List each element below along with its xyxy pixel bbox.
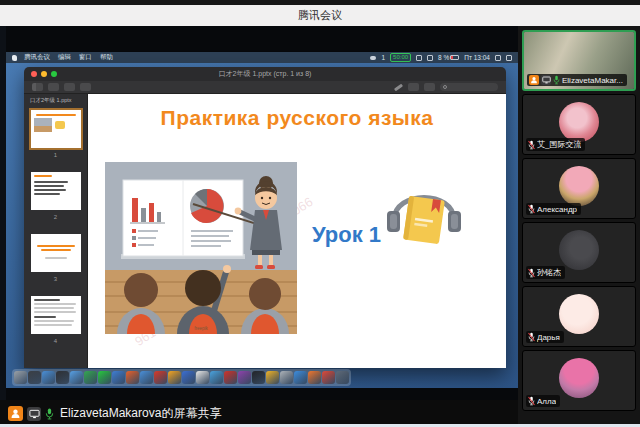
thumbnail-number: 2 xyxy=(24,214,87,220)
participant-tile-aleksandr[interactable]: Александр xyxy=(522,158,636,219)
control-center-icon[interactable] xyxy=(506,55,512,61)
book-headphones-icon xyxy=(383,180,465,252)
spotlight-icon[interactable] xyxy=(495,55,501,61)
participant-name-pill: Дарья xyxy=(526,331,564,343)
highlight-icon[interactable] xyxy=(408,83,419,91)
participant-tile-elizaveta[interactable]: ElizavetaMakar... xyxy=(522,30,636,91)
tencent-meeting-window: 腾讯会议 腾讯会议 编辑 窗口 帮助 1 50:00 xyxy=(0,0,640,427)
mac-menubar: 腾讯会议 编辑 窗口 帮助 1 50:00 8 % Пт xyxy=(6,52,518,63)
dock-icon[interactable] xyxy=(266,371,279,384)
menu-help[interactable]: 帮助 xyxy=(100,53,113,62)
avatar xyxy=(559,294,599,334)
dock-icon[interactable] xyxy=(322,371,335,384)
mic-on-icon xyxy=(553,75,560,85)
pdf-toolbar xyxy=(24,81,506,94)
dock-icon[interactable] xyxy=(28,371,41,384)
participant-name: 孙铭杰 xyxy=(537,267,561,278)
battery-icon xyxy=(450,55,459,60)
zoom-in-icon[interactable] xyxy=(64,83,75,91)
dock-icon[interactable] xyxy=(154,371,167,384)
markup-pencil-icon[interactable] xyxy=(394,83,403,91)
dock-icon[interactable] xyxy=(56,371,69,384)
screen-share-badge-icon xyxy=(27,407,41,421)
host-badge-icon xyxy=(529,75,539,85)
shared-screen[interactable]: 腾讯会议 编辑 窗口 帮助 1 50:00 8 % Пт xyxy=(6,26,518,400)
dock-icon[interactable] xyxy=(140,371,153,384)
dock-icon[interactable] xyxy=(294,371,307,384)
dock-icon[interactable] xyxy=(84,371,97,384)
input-source-icon[interactable] xyxy=(416,55,422,61)
share-icon[interactable] xyxy=(80,83,91,91)
thumbnail-number: 1 xyxy=(24,152,87,158)
menu-app[interactable]: 腾讯会议 xyxy=(24,53,50,62)
participant-tile-alla[interactable]: Алла xyxy=(522,350,636,411)
dock-icon[interactable] xyxy=(196,371,209,384)
dock-icon[interactable] xyxy=(210,371,223,384)
menu-edit[interactable]: 编辑 xyxy=(58,53,71,62)
dock xyxy=(12,369,351,386)
rotate-icon[interactable] xyxy=(424,83,435,91)
participant-tile-ai[interactable]: 艾_国际交流 xyxy=(522,94,636,155)
illustration-credit: freepik xyxy=(194,326,208,331)
mic-muted-icon xyxy=(528,204,535,214)
menu-window[interactable]: 窗口 xyxy=(79,53,92,62)
participants-panel: ElizavetaMakar... 艾_国际交流 xyxy=(518,26,640,427)
meeting-title: 腾讯会议 xyxy=(298,8,342,23)
mic-muted-icon xyxy=(528,332,535,342)
participant-name-pill: ElizavetaMakar... xyxy=(527,74,627,86)
dock-icon[interactable] xyxy=(238,371,251,384)
letterbox-bottom xyxy=(6,388,518,400)
participant-name: Александр xyxy=(537,205,577,214)
apple-menu-icon[interactable] xyxy=(12,55,17,61)
participant-name-pill: Алла xyxy=(526,395,560,407)
slide-thumbnail-2[interactable] xyxy=(31,172,81,210)
battery-indicator: 8 % xyxy=(438,54,459,61)
notification-count: 1 xyxy=(381,54,385,61)
dock-icon[interactable] xyxy=(70,371,83,384)
dock-icon[interactable] xyxy=(112,371,125,384)
dock-icon[interactable] xyxy=(98,371,111,384)
participant-name-pill: 孙铭杰 xyxy=(526,266,565,279)
thumbnail-number: 4 xyxy=(24,338,87,344)
participant-tile-sunmingjie[interactable]: 孙铭杰 xyxy=(522,222,636,283)
dock-icon[interactable] xyxy=(308,371,321,384)
dock-icon[interactable] xyxy=(252,371,265,384)
mac-desktop: 腾讯会议 编辑 窗口 帮助 1 50:00 8 % Пт xyxy=(6,52,518,388)
meeting-titlebar[interactable]: 腾讯会议 xyxy=(0,5,640,26)
pdf-preview-window: 口才2年级 1.pptx (стр. 1 из 8) xyxy=(24,67,506,368)
avatar xyxy=(559,358,599,398)
avatar xyxy=(559,166,599,206)
dock-icon[interactable] xyxy=(224,371,237,384)
dock-icon[interactable] xyxy=(336,371,349,384)
document-search-field[interactable] xyxy=(440,83,498,91)
participant-name: Алла xyxy=(537,397,556,406)
sidebar-toggle-icon[interactable] xyxy=(32,83,43,91)
mic-muted-icon xyxy=(528,396,535,406)
participant-tile-darya[interactable]: Дарья xyxy=(522,286,636,347)
display-icon[interactable] xyxy=(427,55,433,61)
dock-icon[interactable] xyxy=(14,371,27,384)
share-status-bar: ElizavetaMakarova的屏幕共享 xyxy=(0,400,518,427)
slide-thumbnail-1[interactable] xyxy=(31,110,81,148)
slide-canvas: Практика русского языка 96158408066 9615… xyxy=(88,94,506,368)
participant-name: ElizavetaMakar... xyxy=(562,76,623,85)
slide-thumbnail-4[interactable] xyxy=(31,296,81,334)
mic-muted-icon xyxy=(528,140,535,150)
letterbox-top xyxy=(6,26,518,52)
share-status-label: ElizavetaMakarova的屏幕共享 xyxy=(60,405,221,422)
zoom-out-icon[interactable] xyxy=(48,83,59,91)
dock-icon[interactable] xyxy=(168,371,181,384)
lesson-label: Урок 1 xyxy=(312,222,381,248)
dock-icon[interactable] xyxy=(42,371,55,384)
host-badge-icon xyxy=(8,406,23,421)
meeting-timer: 50:00 xyxy=(390,53,411,62)
dock-icon[interactable] xyxy=(280,371,293,384)
thumbnail-number: 3 xyxy=(24,276,87,282)
search-icon xyxy=(443,85,447,89)
pdf-window-titlebar[interactable]: 口才2年级 1.pptx (стр. 1 из 8) xyxy=(24,67,506,81)
avatar xyxy=(559,102,599,142)
menubar-status: 1 50:00 8 % Пт 13:04 xyxy=(370,53,512,62)
slide-thumbnail-3[interactable] xyxy=(31,234,81,272)
dock-icon[interactable] xyxy=(126,371,139,384)
dock-icon[interactable] xyxy=(182,371,195,384)
